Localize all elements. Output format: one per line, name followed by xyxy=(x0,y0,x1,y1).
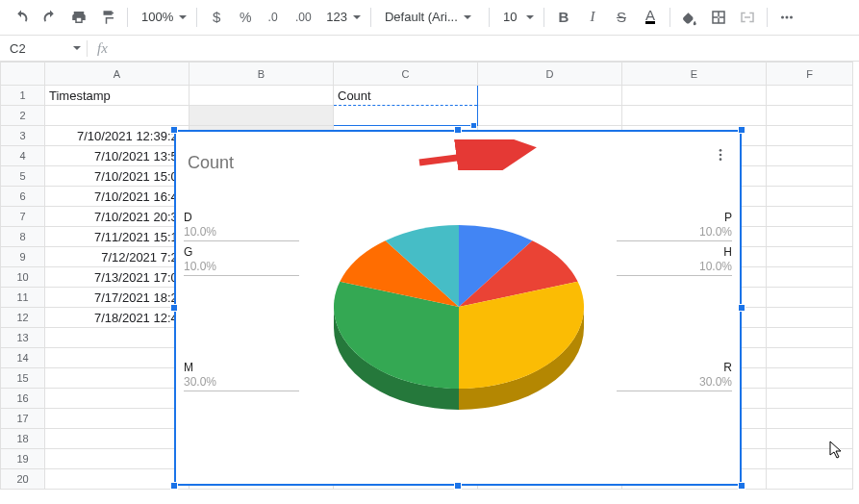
row-header[interactable]: 8 xyxy=(1,227,45,247)
bold-button[interactable]: B xyxy=(550,4,577,31)
merge-button[interactable] xyxy=(734,4,761,31)
cell[interactable]: 7/10/2021 12:39:28 xyxy=(45,126,189,146)
zoom-select[interactable]: 100% xyxy=(134,6,190,29)
cell[interactable] xyxy=(767,389,853,409)
cell[interactable] xyxy=(767,86,853,106)
currency-button[interactable]: $ xyxy=(203,4,230,31)
column-header[interactable]: B xyxy=(189,63,334,86)
column-header[interactable]: F xyxy=(767,63,853,86)
cell[interactable] xyxy=(767,348,853,368)
percent-button[interactable]: % xyxy=(232,4,259,31)
row-header[interactable]: 19 xyxy=(1,449,45,469)
redo-button[interactable] xyxy=(37,4,63,31)
cell[interactable] xyxy=(45,328,189,348)
cell-active[interactable] xyxy=(334,106,478,126)
row-header[interactable]: 10 xyxy=(1,267,45,288)
row-header[interactable]: 4 xyxy=(1,146,45,166)
cell[interactable] xyxy=(767,328,853,348)
more-formats-select[interactable]: 123 xyxy=(318,6,365,29)
cell[interactable] xyxy=(767,207,853,227)
cell[interactable] xyxy=(45,449,189,469)
row-header[interactable]: 16 xyxy=(1,389,45,409)
row-header[interactable]: 1 xyxy=(1,86,45,106)
cell[interactable] xyxy=(767,288,853,308)
row-header[interactable]: 9 xyxy=(1,247,45,267)
row-header[interactable]: 15 xyxy=(1,368,45,389)
row-header[interactable]: 2 xyxy=(1,106,45,126)
embedded-chart[interactable]: Count D10.0% P10.0% G10.0% H10.0% M30.0%… xyxy=(175,131,741,485)
cell[interactable] xyxy=(767,227,853,247)
cell[interactable] xyxy=(767,267,853,288)
cell[interactable]: 7/18/2021 12:48 xyxy=(45,308,189,328)
cell[interactable] xyxy=(45,429,189,449)
row-header[interactable]: 6 xyxy=(1,187,45,207)
row-header[interactable]: 17 xyxy=(1,409,45,429)
cell[interactable] xyxy=(767,126,853,146)
cell[interactable] xyxy=(45,389,189,409)
italic-button[interactable]: I xyxy=(579,4,606,31)
row-header[interactable]: 7 xyxy=(1,207,45,227)
cell[interactable]: Timestamp xyxy=(45,86,189,106)
fill-color-button[interactable] xyxy=(676,4,703,31)
cell[interactable]: 7/10/2021 15:03 xyxy=(45,166,189,187)
cell[interactable] xyxy=(767,368,853,389)
cell[interactable] xyxy=(45,409,189,429)
name-box[interactable]: C2 xyxy=(0,41,87,56)
column-header[interactable]: A xyxy=(45,63,189,86)
cell[interactable] xyxy=(767,308,853,328)
row-header[interactable]: 18 xyxy=(1,429,45,449)
cell[interactable] xyxy=(189,86,334,106)
formula-input[interactable] xyxy=(125,36,859,61)
cell[interactable] xyxy=(45,469,189,490)
cell[interactable] xyxy=(767,106,853,126)
cell[interactable] xyxy=(478,86,622,106)
cell[interactable]: 7/12/2021 7:25 xyxy=(45,247,189,267)
cell[interactable] xyxy=(767,429,853,449)
cell[interactable] xyxy=(767,146,853,166)
cell[interactable]: 7/10/2021 16:48 xyxy=(45,187,189,207)
cell[interactable] xyxy=(622,86,767,106)
cell[interactable]: 7/10/2021 13:55 xyxy=(45,146,189,166)
cell[interactable] xyxy=(478,106,622,126)
row-header[interactable]: 12 xyxy=(1,308,45,328)
row-header[interactable]: 20 xyxy=(1,469,45,490)
cell[interactable]: Count xyxy=(334,86,478,106)
increase-decimal-button[interactable]: .00 xyxy=(290,4,316,31)
column-header[interactable]: C xyxy=(334,63,478,86)
cell[interactable] xyxy=(767,247,853,267)
column-header[interactable]: D xyxy=(478,63,622,86)
cell[interactable] xyxy=(45,106,189,126)
column-header[interactable]: E xyxy=(622,63,767,86)
more-button[interactable] xyxy=(773,4,800,31)
cell[interactable] xyxy=(45,368,189,389)
cell[interactable] xyxy=(45,348,189,368)
strikethrough-button[interactable]: S xyxy=(608,4,635,31)
cell[interactable] xyxy=(767,469,853,490)
font-size-select[interactable]: 10 xyxy=(495,6,538,29)
cell[interactable] xyxy=(767,409,853,429)
row-header[interactable]: 5 xyxy=(1,166,45,187)
cell[interactable] xyxy=(622,106,767,126)
cell[interactable] xyxy=(767,449,853,469)
row-header[interactable]: 13 xyxy=(1,328,45,348)
cell[interactable]: 7/10/2021 20:30 xyxy=(45,207,189,227)
decrease-decimal-button[interactable]: .0 xyxy=(261,4,288,31)
cell[interactable] xyxy=(767,166,853,187)
print-button[interactable] xyxy=(65,4,92,31)
cell[interactable] xyxy=(767,187,853,207)
borders-button[interactable] xyxy=(705,4,732,31)
cell[interactable]: 7/13/2021 17:03 xyxy=(45,267,189,288)
cell[interactable] xyxy=(189,106,334,126)
undo-button[interactable] xyxy=(8,4,35,31)
text-color-button[interactable]: A xyxy=(637,4,664,31)
chart-menu-button[interactable] xyxy=(709,143,732,166)
paint-format-button[interactable] xyxy=(94,4,121,31)
chart-title[interactable]: Count xyxy=(188,153,234,173)
fill-handle[interactable] xyxy=(470,122,477,129)
cell[interactable]: 7/17/2021 18:20 xyxy=(45,288,189,308)
row-header[interactable]: 11 xyxy=(1,288,45,308)
cell[interactable]: 7/11/2021 15:19 xyxy=(45,227,189,247)
select-all-corner[interactable] xyxy=(1,63,45,86)
font-select[interactable]: Default (Ari... xyxy=(377,6,483,29)
row-header[interactable]: 14 xyxy=(1,348,45,368)
